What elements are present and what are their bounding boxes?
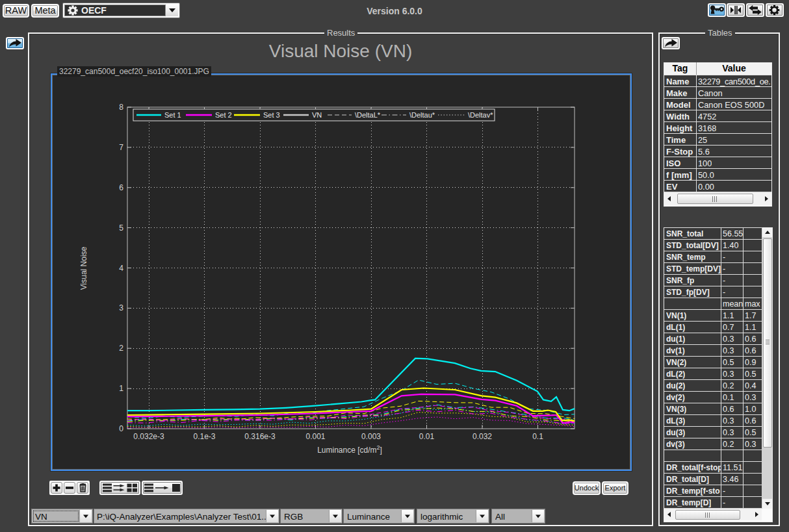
svg-text:Visual Noise: Visual Noise <box>79 246 88 290</box>
svg-text:Luminance [cd/m2]: Luminance [cd/m2] <box>317 444 382 455</box>
svg-text:0.003: 0.003 <box>361 432 381 441</box>
svg-text:\Deltau*: \Deltau* <box>409 111 435 119</box>
svg-text:4: 4 <box>119 264 123 273</box>
svg-text:\DeltaL*: \DeltaL* <box>355 111 381 119</box>
svg-text:0.1e-3: 0.1e-3 <box>193 432 215 441</box>
svg-text:1: 1 <box>119 384 123 393</box>
svg-text:2: 2 <box>119 344 123 353</box>
svg-text:0.032: 0.032 <box>472 432 492 441</box>
svg-text:0: 0 <box>119 424 123 433</box>
svg-text:Set 2: Set 2 <box>215 111 232 119</box>
svg-text:0.01: 0.01 <box>419 432 435 441</box>
svg-text:VN: VN <box>312 111 322 119</box>
svg-text:0.1: 0.1 <box>532 432 543 441</box>
svg-text:\Deltav*: \Deltav* <box>468 111 493 119</box>
svg-text:0.316e-3: 0.316e-3 <box>244 432 276 441</box>
svg-text:5: 5 <box>119 223 123 233</box>
svg-text:7: 7 <box>119 143 123 152</box>
svg-text:6: 6 <box>119 183 123 192</box>
svg-text:8: 8 <box>119 103 123 112</box>
svg-text:3: 3 <box>119 303 123 312</box>
svg-text:Set 3: Set 3 <box>263 111 280 119</box>
svg-text:Set 1: Set 1 <box>164 111 181 119</box>
svg-text:0.001: 0.001 <box>305 432 325 441</box>
svg-text:0.032e-3: 0.032e-3 <box>133 432 164 441</box>
